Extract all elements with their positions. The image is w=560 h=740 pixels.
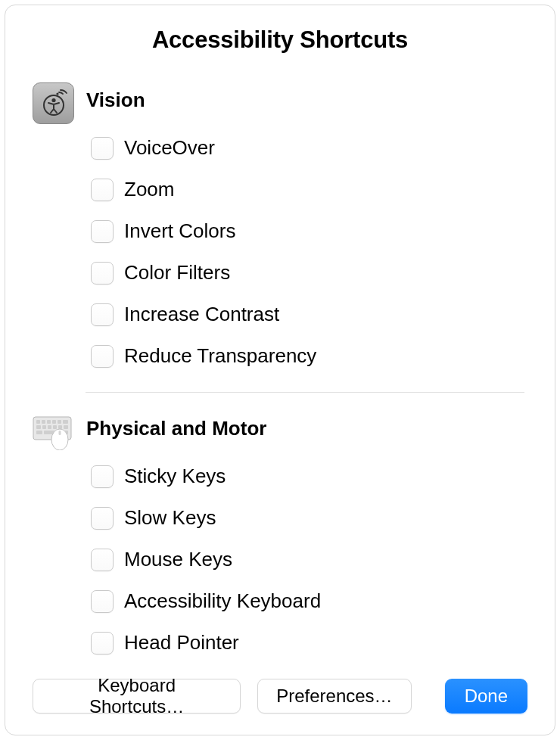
section-vision: Vision VoiceOver Zoom Invert Colors <box>33 82 524 377</box>
svg-rect-16 <box>36 431 42 434</box>
checkbox-mouse-keys[interactable] <box>91 549 114 571</box>
option-increase-contrast[interactable]: Increase Contrast <box>86 294 524 335</box>
svg-rect-7 <box>52 420 56 424</box>
svg-rect-9 <box>63 420 68 424</box>
svg-point-2 <box>56 92 58 95</box>
svg-point-1 <box>51 98 55 101</box>
svg-rect-13 <box>53 425 57 429</box>
section-divider <box>86 392 524 393</box>
keyboard-shortcuts-button[interactable]: Keyboard Shortcuts… <box>33 679 241 714</box>
svg-rect-15 <box>64 425 68 429</box>
svg-rect-21 <box>59 431 61 435</box>
footer-buttons: Keyboard Shortcuts… Preferences… Done <box>33 679 527 714</box>
checkbox-increase-contrast[interactable] <box>91 303 114 326</box>
checkbox-sticky-keys[interactable] <box>91 465 114 488</box>
option-voiceover[interactable]: VoiceOver <box>86 127 524 169</box>
done-button[interactable]: Done <box>445 679 527 714</box>
checkbox-zoom[interactable] <box>91 179 114 201</box>
checkbox-color-filters[interactable] <box>91 262 114 284</box>
section-title-physical-motor: Physical and Motor <box>86 417 524 440</box>
section-title-vision: Vision <box>86 89 524 112</box>
option-sticky-keys[interactable]: Sticky Keys <box>86 456 524 497</box>
option-label: Color Filters <box>124 261 230 284</box>
svg-rect-11 <box>42 425 46 429</box>
svg-rect-8 <box>58 420 61 424</box>
option-invert-colors[interactable]: Invert Colors <box>86 210 524 252</box>
checkbox-reduce-transparency[interactable] <box>91 345 114 368</box>
option-label: Invert Colors <box>124 219 235 243</box>
svg-rect-14 <box>58 425 62 429</box>
options-content: Vision VoiceOver Zoom Invert Colors <box>33 82 527 665</box>
svg-rect-6 <box>47 420 51 424</box>
checkbox-invert-colors[interactable] <box>91 220 114 243</box>
checkbox-slow-keys[interactable] <box>91 507 114 530</box>
option-label: Zoom <box>124 178 174 201</box>
accessibility-shortcuts-panel: Accessibility Shortcuts Vision <box>5 5 555 735</box>
svg-rect-5 <box>42 420 45 424</box>
page-title: Accessibility Shortcuts <box>33 26 527 54</box>
option-color-filters[interactable]: Color Filters <box>86 252 524 294</box>
option-label: Increase Contrast <box>124 303 279 326</box>
option-head-pointer[interactable]: Head Pointer <box>86 622 524 664</box>
svg-rect-4 <box>36 420 40 424</box>
option-slow-keys[interactable]: Slow Keys <box>86 497 524 539</box>
option-mouse-keys[interactable]: Mouse Keys <box>86 539 524 580</box>
option-label: Reduce Transparency <box>124 344 316 368</box>
checkbox-voiceover[interactable] <box>91 137 114 160</box>
svg-rect-10 <box>36 425 41 429</box>
option-label: Sticky Keys <box>124 465 226 488</box>
checkbox-head-pointer[interactable] <box>91 632 114 654</box>
option-accessibility-keyboard[interactable]: Accessibility Keyboard <box>86 580 524 622</box>
preferences-button[interactable]: Preferences… <box>257 679 411 714</box>
keyboard-mouse-icon <box>33 411 74 452</box>
option-label: VoiceOver <box>124 136 215 160</box>
option-label: Accessibility Keyboard <box>124 589 321 613</box>
option-label: Slow Keys <box>124 506 216 530</box>
option-label: Head Pointer <box>124 631 239 654</box>
accessibility-icon <box>33 82 74 124</box>
svg-rect-12 <box>48 425 51 429</box>
section-physical-motor: Physical and Motor Sticky Keys Slow Keys… <box>33 411 524 664</box>
checkbox-accessibility-keyboard[interactable] <box>91 590 114 613</box>
option-reduce-transparency[interactable]: Reduce Transparency <box>86 335 524 377</box>
option-label: Mouse Keys <box>124 548 232 571</box>
option-zoom[interactable]: Zoom <box>86 169 524 210</box>
